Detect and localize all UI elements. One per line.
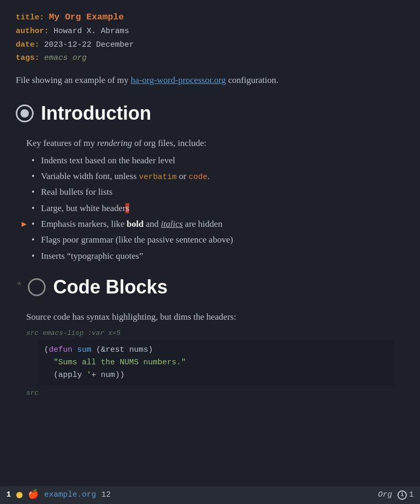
src-footer: src — [26, 388, 404, 398]
intro-text-before: File showing an example of my — [16, 75, 131, 85]
section1-icon-inner — [20, 109, 29, 118]
code-apply: apply — [58, 371, 82, 380]
emacs-icon: 🍎 — [28, 488, 39, 502]
section1-icon — [16, 104, 34, 122]
code-line-3: (apply '+ num)) — [44, 369, 386, 382]
list-item: Flags poor grammar (like the passive sen… — [32, 233, 404, 247]
italic-text: italics — [161, 219, 183, 229]
code-text: code — [188, 173, 207, 182]
code-paren: (& — [96, 345, 106, 354]
list-item: Variable width font, unless verbatim or … — [32, 170, 404, 183]
intro-paragraph: File showing an example of my ha-org-wor… — [16, 74, 404, 87]
intro-text-after: configuration. — [226, 75, 278, 85]
meta-key-tags: tags: — [16, 54, 39, 62]
list-item-text: Real bullets for lists — [41, 187, 112, 197]
intro-link[interactable]: ha-org-word-processor.org — [131, 75, 226, 85]
cursor: s — [125, 203, 129, 213]
status-dot-icon — [16, 492, 23, 498]
main-content: title: My Org Example author: Howard X. … — [0, 0, 420, 430]
code-quote: ' — [87, 371, 91, 380]
section1-title: Introduction — [41, 99, 151, 128]
features-text-before: Key features of my — [26, 138, 97, 148]
meta-value-title: My Org Example — [49, 12, 124, 22]
code-line-2: "Sums all the NUMS numbers." — [44, 356, 386, 369]
meta-title-line: title: My Org Example — [16, 10, 404, 24]
status-line-number: 1 — [6, 489, 11, 501]
bold-text: bold — [127, 219, 143, 229]
features-paragraph: Key features of my rendering of org file… — [26, 136, 404, 150]
code-funcname: sum — [77, 345, 91, 354]
code-defun: defun — [49, 345, 72, 354]
code-rest: rest — [106, 345, 124, 354]
list-item-headers: Large, but white headers — [32, 202, 404, 215]
meta-date: 2023-12-22 December — [44, 40, 134, 49]
status-info-count: 1 — [409, 489, 414, 501]
meta-tags-line: tags: emacs org — [16, 52, 404, 64]
code-plus: + — [91, 371, 96, 380]
status-mode: Org — [378, 489, 392, 501]
meta-key-author: author: — [16, 27, 49, 36]
section2-title: Code Blocks — [53, 272, 167, 302]
code-string: "Sums all the NUMS numbers." — [54, 358, 186, 367]
meta-author-name: Howard X. Abrams — [54, 27, 129, 36]
list-item-text: Large, but white headers — [41, 203, 129, 213]
section2-prefix: * — [16, 278, 23, 296]
feature-list: Indents text based on the header level V… — [32, 154, 404, 263]
list-item-text: Indents text based on the header level — [41, 155, 175, 165]
meta-tags: emacs org — [44, 54, 87, 62]
code-block: (defun sum (&rest nums) "Sums all the NU… — [37, 340, 394, 386]
list-item-text: Variable width font, unless verbatim or … — [41, 171, 209, 181]
source-paragraph: Source code has syntax highlighting, but… — [26, 310, 404, 324]
list-item-text: Emphasis markers, like bold and italics … — [41, 219, 223, 229]
code-paren: )) — [115, 371, 124, 380]
list-item-emphasis: ► Emphasis markers, like bold and italic… — [32, 217, 404, 231]
code-line-1: (defun sum (&rest nums) — [44, 344, 386, 356]
list-item: Real bullets for lists — [32, 185, 404, 199]
code-num: num — [101, 371, 115, 380]
src-header: src emacs-lisp :var x=5 — [26, 328, 404, 339]
section2-heading: * Code Blocks — [16, 272, 404, 302]
list-item: Indents text based on the header level — [32, 154, 404, 167]
status-column: 12 — [101, 489, 111, 501]
meta-key-title: title: — [16, 13, 44, 22]
section1-heading: Introduction — [16, 99, 404, 128]
status-filename: example.org — [44, 489, 96, 501]
list-item-text: Inserts “typographic quotes” — [41, 251, 143, 261]
status-info-icon: i — [397, 490, 407, 500]
status-bar: 1 🍎 example.org 12 Org i 1 — [0, 486, 420, 504]
list-item: Inserts “typographic quotes” — [32, 249, 404, 263]
code-paren: ( — [44, 345, 49, 354]
meta-date-line: date: 2023-12-22 December — [16, 39, 404, 51]
list-item-text: Flags poor grammar (like the passive sen… — [41, 235, 233, 245]
code-paren: ) — [148, 345, 153, 354]
arrow-marker-icon: ► — [20, 218, 28, 231]
verbatim-text: verbatim — [139, 173, 177, 182]
features-text-after: of org files, include: — [132, 138, 206, 148]
features-italic: rendering — [97, 138, 132, 148]
code-param: nums — [129, 345, 148, 354]
status-info: i 1 — [397, 489, 414, 501]
meta-author-line: author: Howard X. Abrams — [16, 25, 404, 37]
section2-icon — [28, 278, 46, 296]
code-paren: ( — [54, 371, 58, 380]
meta-key-date: date: — [16, 40, 39, 49]
metadata-block: title: My Org Example author: Howard X. … — [16, 10, 404, 64]
